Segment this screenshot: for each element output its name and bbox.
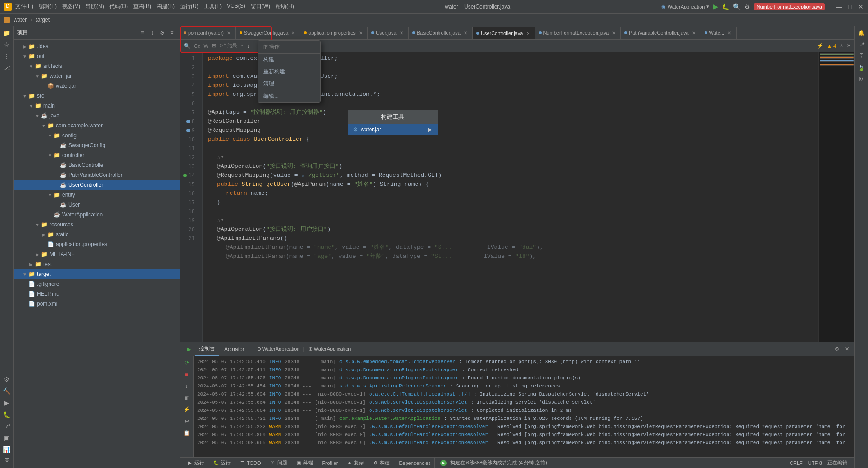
vcs-icon[interactable]: ⎇ [2, 63, 12, 73]
right-icon-database[interactable]: 🗄 [857, 51, 867, 61]
settings-sidebar-icon[interactable]: ⚙ [2, 374, 12, 384]
tab-close-numformat[interactable]: ✕ [610, 30, 617, 36]
run-config-dropdown[interactable]: ◉ WaterApplication ▾ [661, 4, 710, 9]
run-scroll-end-btn[interactable]: ↓ [182, 381, 192, 391]
menu-build[interactable]: 构建(B) [157, 3, 175, 10]
settings-icon[interactable]: ⚙ [744, 3, 750, 10]
sub-menu-item-rebuild[interactable]: 重新构建 [258, 66, 320, 78]
right-icon-notifications[interactable]: 🔔 [857, 28, 867, 38]
run-stop-btn[interactable]: ■ [182, 369, 192, 379]
status-crlf[interactable]: CRLF [790, 460, 803, 466]
tab-close-pathvar[interactable]: ✕ [691, 30, 697, 36]
run-filter-btn[interactable]: ⚡ [182, 405, 192, 414]
build-icon[interactable]: 🔨 [2, 386, 12, 396]
bottom-tab-debug[interactable]: 🐛 运行 [210, 458, 234, 468]
tab-close-water[interactable]: ✕ [726, 30, 732, 36]
tree-item-basic-ctrl[interactable]: ☕ BasicController [14, 160, 180, 170]
tree-item-pathvar-ctrl[interactable]: ☕ PathVariableController [14, 170, 180, 180]
tree-item-user[interactable]: ☕ User [14, 200, 180, 210]
tab-appprops[interactable]: application.properties ✕ [300, 27, 368, 39]
bookmark-icon[interactable]: ☆ [2, 40, 12, 50]
tree-item-artifacts[interactable]: ▼ 📁 artifacts [14, 61, 180, 71]
tree-item-main[interactable]: ▼ 📁 main [14, 101, 180, 111]
debug-sidebar-icon[interactable]: 🐛 [2, 410, 12, 419]
tree-item-water-jar-file[interactable]: 📦 water.jar [14, 81, 180, 91]
run-sidebar-icon[interactable]: ▶ [2, 398, 12, 408]
run-tab-actuator[interactable]: Actuator [221, 342, 248, 356]
right-icon-git[interactable]: ⎇ [857, 40, 867, 50]
menu-tools[interactable]: 工具(T) [204, 3, 222, 10]
bottom-tab-profiler[interactable]: Profiler [319, 458, 342, 468]
menu-view[interactable]: 视图(V) [62, 3, 80, 10]
menu-refactor[interactable]: 重构(B) [133, 3, 151, 10]
tab-close-user[interactable]: ✕ [398, 30, 405, 36]
tab-user[interactable]: User.java ✕ [368, 27, 409, 39]
tree-item-swagger-config[interactable]: ☕ SwaggerConfig [14, 140, 180, 150]
tree-item-pom-xml[interactable]: 📄 pom.xml [14, 299, 180, 309]
menu-file[interactable]: 文件(E) [15, 3, 33, 10]
toolbar-expand-icon[interactable]: ∧ [840, 43, 843, 49]
tree-item-app-props[interactable]: 📄 application.properties [14, 239, 180, 249]
tab-close-swagger[interactable]: ✕ [290, 30, 296, 36]
tree-item-resources[interactable]: ▼ 📁 resources [14, 220, 180, 230]
panel-settings-btn[interactable]: ⚙ [158, 29, 166, 37]
tab-close-userctrl[interactable]: ✕ [525, 30, 531, 36]
tree-item-gitignore[interactable]: 📄 .gitignore [14, 279, 180, 289]
tree-item-water-jar-folder[interactable]: ▼ 📁 water_jar [14, 71, 180, 81]
run-button[interactable]: ▶ [713, 2, 718, 11]
tree-item-src[interactable]: ▼ 📁 src [14, 91, 180, 101]
tree-item-entity[interactable]: ▼ 📁 entity [14, 190, 180, 200]
tree-item-idea[interactable]: ▶ 📁 .idea [14, 41, 180, 51]
status-encoding[interactable]: UTF-8 [808, 460, 822, 466]
maximize-button[interactable]: □ [846, 3, 854, 10]
panel-close-btn[interactable]: ✕ [168, 29, 176, 37]
tree-item-config[interactable]: ▼ 📁 config [14, 130, 180, 140]
bottom-tab-problems[interactable]: ☉ 问题 [267, 458, 291, 468]
bottom-tab-buildview[interactable]: ⚙ 构建 [369, 458, 393, 468]
tab-userctrl[interactable]: UserController.java ✕ [473, 27, 535, 39]
debug-button[interactable]: 🐛 [722, 3, 729, 10]
tree-item-out[interactable]: ▼ 📁 out [14, 51, 180, 61]
build-menu-item-waterjar[interactable]: ⚙ water.jar ▶ [348, 124, 438, 135]
panel-sort-btn[interactable]: ↕ [148, 29, 156, 37]
run-config-name-1[interactable]: ⊕ WaterApplication [257, 346, 300, 352]
bottom-tab-todo[interactable]: ☰ TODO [236, 458, 265, 468]
tree-item-water-app[interactable]: ☕ WaterApplication [14, 210, 180, 220]
tab-basic[interactable]: BasicController.java ✕ [409, 27, 473, 39]
git-sidebar-icon[interactable]: ⎇ [2, 421, 12, 431]
terminal-sidebar-icon[interactable]: ▣ [2, 433, 12, 443]
menu-edit[interactable]: 编辑(E) [39, 3, 57, 10]
run-ctrl-settings[interactable]: ⚙ [833, 345, 841, 353]
toolbar-close-icon[interactable]: ✕ [847, 43, 851, 49]
run-restart-btn[interactable]: ⟳ [182, 358, 192, 368]
run-ctrl-close[interactable]: ✕ [843, 345, 851, 353]
toolbar-filter-icon[interactable]: ⚡ [817, 43, 823, 49]
tree-item-java[interactable]: ▼ ☕ java [14, 111, 180, 121]
run-clear-btn[interactable]: 🗑 [182, 393, 192, 403]
bottom-tab-run[interactable]: ▶ 运行 [184, 458, 208, 468]
tab-close-appprops[interactable]: ✕ [357, 30, 364, 36]
tree-item-static[interactable]: ▶ 📁 static [14, 230, 180, 239]
tree-item-meta-inf[interactable]: ▶ 📁 META-INF [14, 249, 180, 259]
menu-vcs[interactable]: VCS(S) [227, 3, 245, 10]
sub-menu-item-build[interactable]: 构建 [258, 54, 320, 66]
tree-item-test[interactable]: ▶ 📁 test [14, 259, 180, 269]
database-sidebar-icon[interactable]: 🗄 [2, 456, 12, 466]
menu-navigate[interactable]: 导航(N) [86, 3, 104, 10]
tree-item-user-ctrl[interactable]: ☕ UserController [14, 180, 180, 190]
profiler-sidebar-icon[interactable]: 📊 [2, 445, 12, 454]
bottom-tab-terminal[interactable]: ▣ 终端 [293, 458, 317, 468]
bottom-tab-deps[interactable]: Dependencies [395, 458, 434, 468]
panel-collapse-btn[interactable]: ≡ [138, 29, 146, 37]
minimize-button[interactable]: — [836, 3, 843, 10]
tab-water[interactable]: Wate... ✕ [701, 27, 737, 39]
run-tab-console[interactable]: 控制台 [195, 342, 219, 356]
tab-close-basic[interactable]: ✕ [462, 30, 469, 36]
run-config-name-2[interactable]: ⊕ WaterApplication [308, 346, 351, 352]
menu-help[interactable]: 帮助(H) [276, 3, 294, 10]
right-icon-spring[interactable]: 🍃 [857, 63, 867, 73]
menu-code[interactable]: 代码(O) [109, 3, 128, 10]
menu-run[interactable]: 运行(U) [180, 3, 199, 10]
tree-item-target[interactable]: ▼ 📁 target [14, 269, 180, 279]
run-copy-btn[interactable]: 📋 [182, 428, 192, 438]
